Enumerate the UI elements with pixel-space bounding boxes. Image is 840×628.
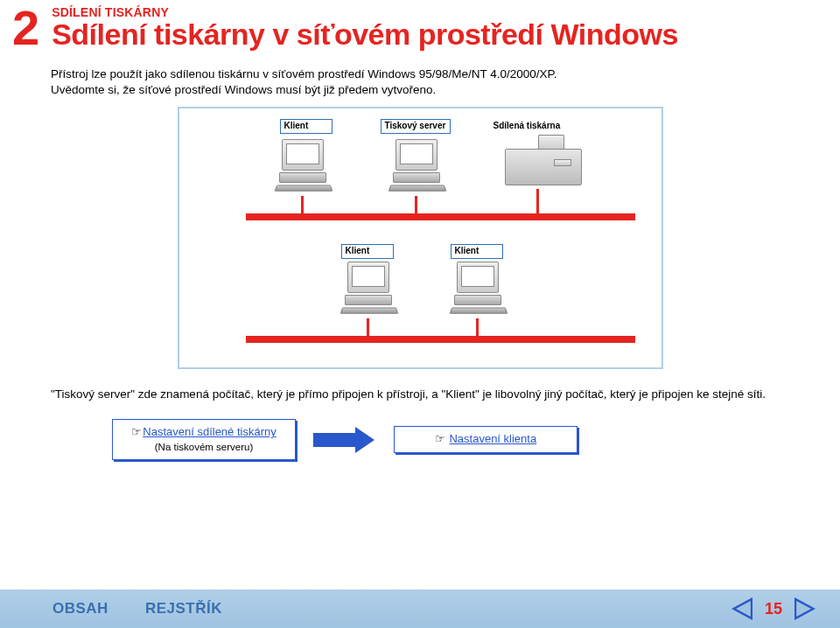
step-sub-text: (Na tiskovém serveru) bbox=[155, 442, 253, 452]
pointing-hand-icon: ☞ bbox=[435, 432, 445, 445]
diagram-frame: Klient Tiskový server Sdílená tiskárna K… bbox=[178, 107, 663, 369]
arrow-right-icon bbox=[313, 428, 376, 452]
chapter-number: 2 bbox=[12, 3, 38, 52]
intro-line2: Uvědomte si, že síťové prostředí Windows… bbox=[51, 83, 436, 96]
computer-icon bbox=[276, 139, 330, 187]
network-diagram: Klient Tiskový server Sdílená tiskárna K… bbox=[0, 107, 840, 369]
intro-paragraph: Přístroj lze použít jako sdílenou tiskár… bbox=[51, 66, 840, 98]
diagram-label-client-1: Klient bbox=[280, 119, 332, 134]
wire-icon bbox=[415, 196, 417, 213]
diagram-label-client-2: Klient bbox=[341, 244, 394, 259]
printer-icon bbox=[505, 135, 582, 185]
footer-left: OBSAH REJSTŘÍK bbox=[52, 600, 222, 618]
step-link-text: Nastavení klienta bbox=[449, 432, 536, 445]
explain-paragraph: "Tiskový server" zde znamená počítač, kt… bbox=[51, 387, 789, 403]
pointing-hand-icon: ☞ bbox=[131, 425, 142, 438]
step-setup-shared-printer[interactable]: ☞Nastavení sdílené tiskárny (Na tiskovém… bbox=[112, 419, 296, 460]
wire-icon bbox=[476, 318, 479, 336]
step-link-text: Nastavení sdílené tiskárny bbox=[143, 425, 276, 438]
footer-link-rejstrik[interactable]: REJSTŘÍK bbox=[145, 600, 222, 618]
diagram-label-client-3: Klient bbox=[451, 244, 503, 259]
step-row: ☞Nastavení sdílené tiskárny (Na tiskovém… bbox=[112, 419, 840, 460]
computer-icon bbox=[341, 262, 396, 310]
step-setup-client[interactable]: ☞ Nastavení klienta bbox=[394, 426, 578, 452]
page-footer: OBSAH REJSTŘÍK 15 bbox=[0, 590, 840, 628]
page-number: 15 bbox=[765, 600, 782, 618]
page-header: 2 SDÍLENÍ TISKÁRNY Sdílení tiskárny v sí… bbox=[0, 0, 840, 52]
footer-right: 15 bbox=[732, 597, 816, 620]
nav-prev-button[interactable] bbox=[732, 597, 752, 620]
page-title: Sdílení tiskárny v síťovém prostředí Win… bbox=[52, 19, 678, 51]
intro-line1: Přístroj lze použít jako sdílenou tiskár… bbox=[51, 67, 557, 80]
wire-icon bbox=[367, 318, 369, 336]
network-bus-icon bbox=[246, 213, 635, 220]
wire-icon bbox=[301, 196, 304, 213]
diagram-label-print-server: Tiskový server bbox=[381, 119, 451, 134]
wire-icon bbox=[536, 189, 539, 213]
computer-icon bbox=[451, 262, 505, 310]
nav-next-button[interactable] bbox=[794, 597, 816, 620]
computer-icon bbox=[389, 139, 444, 187]
header-text: SDÍLENÍ TISKÁRNY Sdílení tiskárny v síťo… bbox=[52, 3, 678, 51]
footer-link-obsah[interactable]: OBSAH bbox=[52, 600, 108, 618]
network-bus-icon bbox=[246, 336, 635, 343]
diagram-label-shared-printer: Sdílená tiskárna bbox=[490, 120, 564, 133]
